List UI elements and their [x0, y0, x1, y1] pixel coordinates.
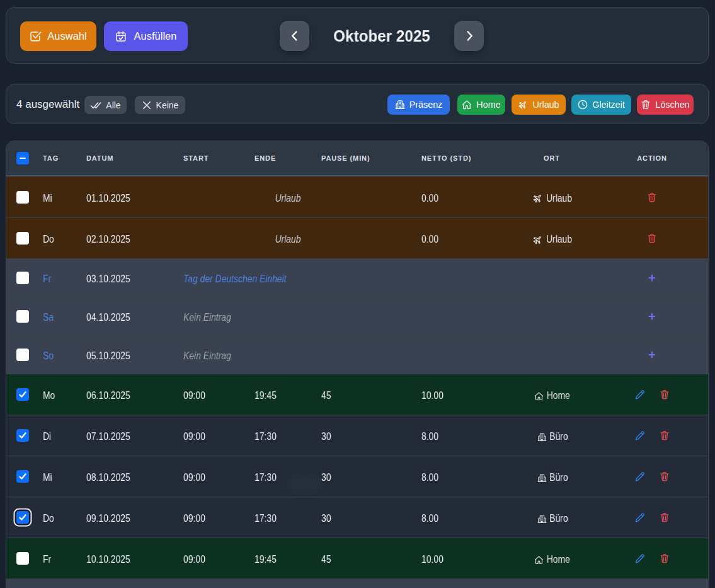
table-row[interactable] — [6, 579, 708, 588]
trash-icon — [660, 389, 670, 400]
airplane-icon — [532, 234, 543, 245]
cell-ort: Home — [511, 539, 595, 580]
cell-start: 09:00 — [183, 376, 205, 416]
row-checkbox[interactable] — [16, 232, 29, 245]
cell-ende: 17:30 — [255, 417, 277, 457]
trash-icon — [660, 430, 670, 441]
urlaub-button[interactable]: Urlaub — [512, 95, 566, 115]
buildings-icon — [537, 514, 547, 524]
row-checkbox[interactable] — [16, 272, 29, 284]
auswahl-button[interactable]: Auswahl — [20, 21, 96, 51]
cell-netto: 0.00 — [421, 178, 438, 219]
home-label: Home — [476, 100, 500, 110]
add-entry-button[interactable] — [641, 297, 663, 335]
loeschen-label: Löschen — [655, 100, 689, 110]
cell-tag: So — [43, 337, 54, 375]
edit-row-button[interactable] — [629, 497, 650, 538]
selected-count: 4 ausgewählt — [16, 84, 79, 125]
cell-datum: 02.10.2025 — [86, 219, 130, 260]
row-checkbox[interactable] — [16, 511, 29, 524]
delete-row-button[interactable] — [654, 497, 675, 538]
table-header-row: TAG DATUM START ENDE PAUSE (MIN) NETTO (… — [6, 141, 708, 176]
cell-datum: 09.10.2025 — [86, 499, 130, 539]
row-checkbox[interactable] — [16, 429, 29, 442]
praesenz-button[interactable]: Präsenz — [387, 95, 450, 115]
prev-month-button[interactable] — [280, 21, 309, 51]
plus-icon — [648, 274, 656, 282]
column-header-datum: DATUM — [86, 141, 113, 175]
cell-ort: Büro — [511, 417, 595, 457]
table-row[interactable]: Mi 01.10.2025 Urlaub 0.00 Urlaub — [6, 176, 708, 217]
calendar-check-icon — [115, 31, 127, 42]
loeschen-button[interactable]: Löschen — [637, 95, 694, 115]
praesenz-label: Präsenz — [409, 100, 443, 110]
cell-ende: 17:30 — [255, 499, 277, 539]
table-row[interactable]: Fr 10.10.2025 09:00 19:45 45 10.00 Home — [6, 538, 708, 579]
gleitzeit-button[interactable]: Gleitzeit — [571, 95, 631, 115]
house-icon — [534, 555, 544, 565]
table-body: Mi 01.10.2025 Urlaub 0.00 Urlaub Do 02.1… — [6, 176, 708, 588]
select-all-button[interactable]: Alle — [84, 96, 127, 114]
delete-row-button[interactable] — [641, 218, 663, 258]
table-row[interactable]: Di 07.10.2025 09:00 17:30 30 8.00 Büro — [6, 415, 708, 456]
edit-row-button[interactable] — [629, 415, 650, 456]
cell-ort: Büro — [511, 458, 595, 498]
column-header-action: ACTION — [610, 141, 694, 175]
delete-row-button[interactable] — [641, 176, 663, 217]
column-header-pause: PAUSE (MIN) — [321, 141, 370, 175]
column-header-tag: TAG — [43, 141, 59, 175]
select-none-label: Keine — [156, 100, 179, 110]
delete-row-button[interactable] — [654, 374, 675, 415]
cell-label: Urlaub — [197, 219, 379, 260]
table-row[interactable]: Sa 04.10.2025 Kein Eintrag — [6, 297, 708, 335]
ausfuellen-button[interactable]: Ausfüllen — [104, 21, 188, 51]
edit-row-button[interactable] — [629, 538, 650, 579]
x-icon — [142, 100, 152, 110]
row-checkbox[interactable] — [16, 310, 29, 323]
column-header-start: START — [183, 141, 209, 175]
add-entry-button[interactable] — [641, 259, 663, 297]
cell-tag: Mi — [43, 458, 52, 498]
table-row[interactable]: Fr 03.10.2025 Tag der Deutschen Einheit — [6, 258, 708, 297]
delete-row-button[interactable] — [654, 456, 675, 497]
row-checkbox[interactable] — [16, 470, 29, 483]
table-row[interactable]: Mi 08.10.2025 09:00 17:30 30 8.00 Büro — [6, 456, 708, 497]
cell-pause: 30 — [321, 417, 331, 457]
table-row[interactable]: Do 09.10.2025 09:00 17:30 30 8.00 Büro — [6, 497, 708, 538]
cell-start: 09:00 — [183, 458, 205, 498]
house-icon — [534, 391, 544, 401]
delete-row-button[interactable] — [654, 538, 675, 579]
select-none-button[interactable]: Keine — [135, 96, 185, 114]
house-icon — [462, 100, 472, 110]
add-entry-button[interactable] — [641, 336, 663, 374]
next-month-button[interactable] — [454, 21, 484, 51]
delete-row-button[interactable] — [654, 415, 675, 456]
checkmark-icon — [18, 390, 27, 399]
cell-ende: 17:30 — [255, 458, 277, 498]
row-checkbox[interactable] — [16, 388, 29, 401]
table-row[interactable]: Mo 06.10.2025 09:00 19:45 45 10.00 Home — [6, 374, 708, 415]
home-button[interactable]: Home — [457, 95, 505, 115]
edit-row-button[interactable] — [629, 374, 650, 415]
toolbar-card: Auswahl Ausfüllen Oktober 2025 — [6, 7, 709, 64]
row-checkbox[interactable] — [16, 191, 29, 204]
row-checkbox[interactable] — [16, 349, 29, 361]
table-row[interactable]: So 05.10.2025 Kein Eintrag — [6, 335, 708, 374]
buildings-icon — [537, 432, 547, 442]
cell-label: Urlaub — [197, 178, 379, 219]
edit-row-button[interactable] — [629, 456, 650, 497]
check-square-icon — [30, 30, 42, 42]
select-all-checkbox[interactable] — [16, 152, 29, 164]
cell-datum: 07.10.2025 — [86, 417, 130, 457]
table-row[interactable]: Do 02.10.2025 Urlaub 0.00 Urlaub — [6, 217, 708, 258]
cell-ort: Büro — [511, 499, 595, 539]
cell-label: Kein Eintrag — [183, 299, 231, 337]
row-checkbox[interactable] — [16, 552, 29, 565]
pencil-icon — [634, 512, 645, 523]
cell-datum: 01.10.2025 — [86, 178, 130, 219]
cell-tag: Di — [43, 417, 51, 457]
trash-icon — [660, 512, 670, 522]
cell-ort: Urlaub — [511, 178, 595, 219]
cell-netto: 8.00 — [421, 458, 438, 498]
cell-ende: 19:45 — [255, 376, 277, 416]
